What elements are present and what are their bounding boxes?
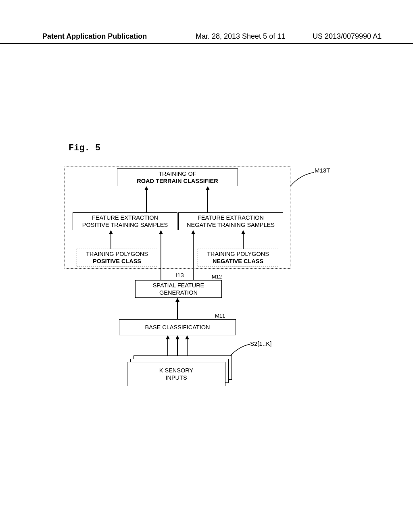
arrow-feat-neg-to-training	[205, 186, 211, 213]
svg-marker-1	[144, 186, 148, 190]
label-m13t: M13T	[315, 167, 330, 174]
box-training-of-road-terrain-classifier: TRAINING OF ROAD TERRAIN CLASSIFIER	[117, 168, 238, 186]
arrow-spatial-to-feat-neg	[190, 230, 196, 280]
arrow-base-to-spatial	[175, 298, 180, 320]
svg-marker-15	[166, 335, 170, 339]
arrow-poly-pos-to-feat-pos	[108, 230, 114, 249]
k-sensory-l1: K SENSORY	[159, 367, 193, 374]
label-i13: I13	[175, 272, 184, 278]
svg-marker-13	[175, 298, 179, 302]
poly-neg-l1: TRAINING POLYGONS	[207, 250, 269, 258]
header-left: Patent Application Publication	[0, 32, 196, 41]
box-base-classification: BASE CLASSIFICATION	[119, 319, 236, 335]
header-mid: Mar. 28, 2013 Sheet 5 of 11	[196, 32, 300, 41]
page-header: Patent Application Publication Mar. 28, …	[0, 32, 413, 44]
k-sensory-l2: INPUTS	[165, 374, 187, 381]
poly-pos-l1: TRAINING POLYGONS	[86, 250, 148, 258]
svg-marker-9	[159, 230, 163, 234]
base-class-text: BASE CLASSIFICATION	[145, 324, 210, 331]
box-feature-extraction-negative: FEATURE EXTRACTION NEGATIVE TRAINING SAM…	[178, 212, 283, 230]
label-m11: M11	[215, 313, 225, 319]
spatial-l2: GENERATION	[159, 289, 198, 296]
svg-marker-17	[175, 335, 179, 339]
svg-marker-5	[109, 230, 113, 234]
feat-neg-l1: FEATURE EXTRACTION	[198, 214, 264, 221]
training-of-text: TRAINING OF	[159, 170, 196, 177]
header-right: US 2013/0079990 A1	[300, 32, 413, 41]
label-m12: M12	[212, 274, 222, 280]
svg-marker-11	[191, 230, 195, 234]
road-terrain-classifier-text: ROAD TERRAIN CLASSIFIER	[137, 177, 218, 185]
diagram-stage: TRAINING OF ROAD TERRAIN CLASSIFIER FEAT…	[65, 166, 347, 400]
box-k-sensory-inputs: K SENSORY INPUTS	[127, 355, 232, 387]
figure-label: Fig. 5	[69, 143, 100, 153]
poly-neg-l2: NEGATIVE CLASS	[213, 258, 263, 265]
poly-pos-l2: POSITIVE CLASS	[93, 258, 141, 265]
box-training-polygons-negative: TRAINING POLYGONS NEGATIVE CLASS	[198, 249, 278, 266]
feat-pos-l2: POSITIVE TRAINING SAMPLES	[82, 221, 168, 229]
svg-marker-7	[241, 230, 245, 234]
label-s2: S2[1..K]	[250, 340, 271, 347]
arrow-spatial-to-feat-pos	[158, 230, 164, 280]
feat-pos-l1: FEATURE EXTRACTION	[92, 214, 158, 221]
arrow-sensory-to-base-1	[165, 335, 171, 356]
arrow-feat-pos-to-training	[144, 186, 149, 213]
box-training-polygons-positive: TRAINING POLYGONS POSITIVE CLASS	[77, 249, 157, 266]
feat-neg-l2: NEGATIVE TRAINING SAMPLES	[187, 221, 275, 229]
svg-marker-19	[185, 335, 189, 339]
arrow-sensory-to-base-3	[184, 335, 190, 356]
box-spatial-feature-generation: SPATIAL FEATURE GENERATION	[135, 280, 222, 298]
arrow-poly-neg-to-feat-neg	[240, 230, 246, 249]
svg-marker-3	[206, 186, 210, 190]
box-feature-extraction-positive: FEATURE EXTRACTION POSITIVE TRAINING SAM…	[73, 212, 177, 230]
spatial-l1: SPATIAL FEATURE	[153, 282, 204, 289]
arrow-sensory-to-base-2	[175, 335, 180, 356]
